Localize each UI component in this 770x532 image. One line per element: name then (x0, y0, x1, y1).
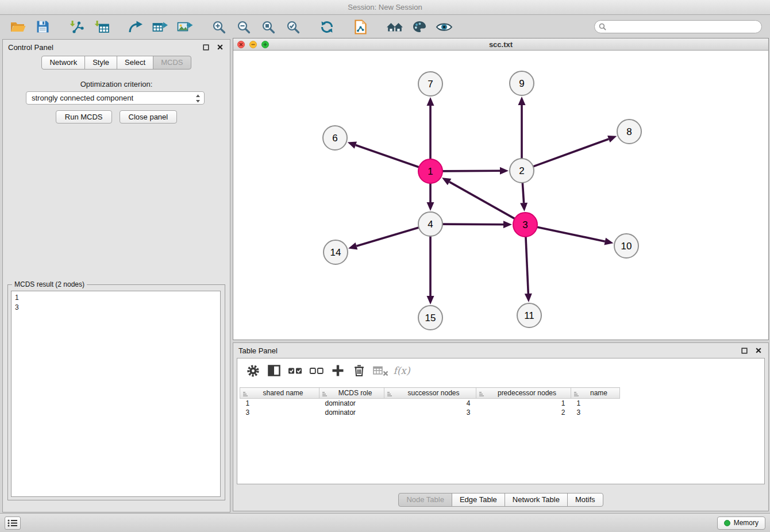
export-image-icon[interactable] (172, 17, 197, 37)
open-network-document-icon[interactable] (348, 17, 373, 37)
show-details-eye-icon[interactable] (432, 17, 456, 37)
memory-label: Memory (734, 519, 759, 527)
graph-edge-1-4[interactable] (427, 183, 434, 211)
column-header-name[interactable]: name (571, 388, 620, 399)
maximize-window-icon[interactable] (261, 41, 269, 48)
table-cell[interactable]: 4 (384, 399, 476, 408)
graph-node-14[interactable]: 14 (324, 240, 348, 264)
graph-node-10[interactable]: 10 (614, 234, 638, 258)
table-row[interactable]: 1dominator411 (240, 399, 620, 408)
graph-edge-3-10[interactable] (537, 227, 614, 245)
tab-network[interactable]: Network (41, 56, 85, 70)
style-palette-icon[interactable] (407, 17, 432, 37)
table-panel: Table Panel f(x) shared nameMCDS rolesuc… (233, 342, 769, 511)
graph-edge-4-15[interactable] (427, 236, 434, 304)
float-table-panel-icon[interactable] (740, 346, 749, 356)
graph-node-1[interactable]: 1 (418, 159, 442, 183)
table-cell[interactable]: 1 (240, 399, 319, 408)
table-tab-network-table[interactable]: Network Table (505, 493, 568, 507)
import-table-icon[interactable] (89, 17, 114, 37)
close-panel-button[interactable]: Close panel (120, 110, 178, 124)
graph-edge-3-1[interactable] (442, 178, 515, 218)
table-row[interactable]: 3dominator323 (240, 408, 620, 417)
column-header-mcds-role[interactable]: MCDS role (319, 388, 384, 399)
window-traffic-lights (237, 41, 269, 48)
table-cell[interactable]: 1 (571, 399, 620, 408)
graph-node-8[interactable]: 8 (617, 119, 641, 144)
graph-edge-1-7[interactable] (427, 97, 434, 159)
graph-node-11[interactable]: 11 (517, 303, 541, 327)
column-header-successor-nodes[interactable]: successor nodes (384, 388, 476, 399)
zoom-fit-icon[interactable] (256, 17, 280, 37)
table-cell[interactable]: dominator (319, 399, 384, 408)
criterion-dropdown[interactable]: strongly connected component (26, 91, 205, 105)
tab-select[interactable]: Select (117, 56, 153, 70)
graph-node-2[interactable]: 2 (510, 159, 534, 183)
graph-edge-1-2[interactable] (442, 167, 509, 175)
graph-node-9[interactable]: 9 (510, 71, 534, 95)
select-all-checkbox-icon[interactable] (287, 363, 304, 379)
table-panel-header: Table Panel (233, 343, 768, 358)
add-column-icon[interactable] (329, 363, 346, 379)
toolbar-group (382, 17, 456, 37)
graph-edge-4-14[interactable] (348, 228, 419, 249)
float-panel-icon[interactable] (201, 43, 211, 52)
graph-node-4[interactable]: 4 (418, 212, 442, 236)
zoom-in-icon[interactable] (206, 17, 231, 37)
refresh-layout-icon[interactable] (314, 17, 339, 37)
graph-node-3[interactable]: 3 (513, 213, 537, 237)
zoom-selected-icon[interactable] (280, 17, 305, 37)
table-tab-node-table[interactable]: Node Table (398, 493, 452, 507)
svg-text:14: 14 (330, 247, 341, 258)
graph-edge-2-8[interactable] (533, 136, 617, 167)
graph-node-6[interactable]: 6 (323, 126, 347, 150)
graph-edge-4-3[interactable] (442, 221, 512, 228)
column-header-shared-name[interactable]: shared name (240, 388, 319, 399)
export-network-icon[interactable] (123, 17, 148, 37)
export-table-icon[interactable] (148, 17, 172, 37)
save-session-icon[interactable] (30, 17, 55, 37)
graph-edge-1-6[interactable] (348, 141, 419, 167)
panel-list-icon[interactable] (5, 516, 21, 530)
first-neighbors-icon[interactable] (382, 17, 407, 37)
search-input[interactable] (594, 20, 762, 33)
function-builder-icon[interactable]: f(x) (393, 363, 410, 379)
network-window-titlebar[interactable]: scc.txt (233, 38, 768, 51)
network-canvas[interactable]: 7968124314101511 (233, 51, 768, 340)
close-panel-icon[interactable] (215, 43, 225, 52)
close-table-panel-icon[interactable] (753, 346, 763, 356)
delete-table-icon[interactable] (372, 363, 389, 379)
table-tab-edge-table[interactable]: Edge Table (452, 493, 505, 507)
table-cell[interactable]: 3 (571, 408, 620, 417)
columns-icon[interactable] (265, 363, 283, 379)
mcds-result-list[interactable]: 1 3 (11, 291, 221, 497)
deselect-all-checkbox-icon[interactable] (308, 363, 325, 379)
minimize-window-icon[interactable] (249, 41, 257, 48)
zoom-out-icon[interactable] (231, 17, 256, 37)
table-cell[interactable]: 2 (476, 408, 571, 417)
close-window-icon[interactable] (237, 41, 245, 48)
memory-button[interactable]: Memory (717, 516, 765, 530)
tab-style[interactable]: Style (84, 56, 117, 70)
run-mcds-button[interactable]: Run MCDS (56, 110, 112, 124)
delete-column-icon[interactable] (351, 363, 368, 379)
table-tab-motifs[interactable]: Motifs (567, 493, 603, 507)
graph-edge-3-11[interactable] (525, 237, 532, 302)
table-cell[interactable]: 3 (384, 408, 476, 417)
graph-node-7[interactable]: 7 (418, 72, 442, 96)
gear-icon[interactable] (244, 363, 261, 379)
chevron-up-down-icon (195, 94, 201, 105)
graph-edge-2-9[interactable] (518, 97, 526, 159)
graph-edge-2-3[interactable] (520, 183, 528, 211)
graph-node-15[interactable]: 15 (418, 306, 442, 330)
svg-text:15: 15 (425, 313, 436, 323)
table-cell[interactable]: dominator (319, 408, 384, 417)
column-header-predecessor-nodes[interactable]: predecessor nodes (476, 388, 571, 399)
table-panel-tabs: Node TableEdge TableNetwork TableMotifs (233, 493, 768, 507)
tab-mcds[interactable]: MCDS (153, 56, 191, 70)
open-session-icon[interactable] (6, 17, 30, 37)
network-window-title: scc.txt (489, 40, 513, 49)
table-cell[interactable]: 3 (240, 408, 319, 417)
import-network-icon[interactable] (64, 17, 89, 37)
table-cell[interactable]: 1 (476, 399, 571, 408)
